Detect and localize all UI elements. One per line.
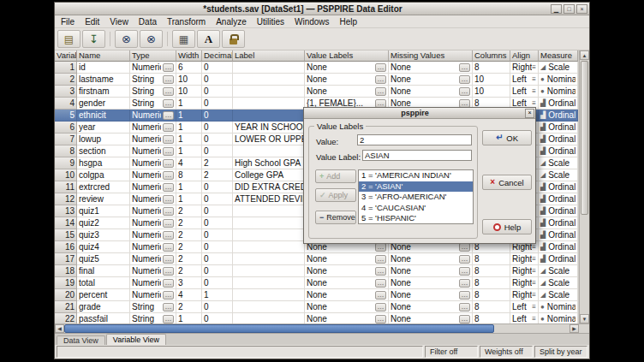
cell-decimals[interactable]: 1 xyxy=(202,289,233,301)
scroll-down-button[interactable]: ▼ xyxy=(580,314,589,323)
cell-name[interactable]: section xyxy=(77,145,130,157)
menu-utilities[interactable]: Utilities xyxy=(252,16,289,27)
row-number[interactable]: 3 xyxy=(55,86,77,98)
cell-value-labels-ellipsis-button[interactable]: … xyxy=(375,75,386,84)
cell-type[interactable]: Numeric… xyxy=(130,217,176,229)
row-number[interactable]: 5 xyxy=(55,110,77,122)
cell-label[interactable] xyxy=(233,110,305,122)
scroll-right-button[interactable]: ▶ xyxy=(569,324,579,333)
cell-label[interactable]: College GPA xyxy=(233,169,305,181)
cell-label[interactable] xyxy=(233,86,305,98)
tab-variable-view[interactable]: Variable View xyxy=(106,334,166,345)
row-number[interactable]: 1 xyxy=(55,62,77,74)
cell-missing-values-ellipsis-button[interactable]: … xyxy=(459,243,470,252)
value-label-item[interactable]: 1 = 'AMERICAN INDIAN' xyxy=(359,170,473,181)
cell-measure[interactable]: ▟Ordinal xyxy=(539,241,578,253)
cell-type-ellipsis-button[interactable]: … xyxy=(163,75,174,84)
cell-type[interactable]: Numeric… xyxy=(130,253,176,265)
cell-missing-values-ellipsis-button[interactable]: … xyxy=(459,291,470,300)
cell-width[interactable]: 10 xyxy=(176,86,202,98)
cell-missing-values-ellipsis-button[interactable]: … xyxy=(459,255,470,264)
cell-columns[interactable]: 8 xyxy=(473,313,510,323)
cell-measure[interactable]: ◢Scale xyxy=(539,62,578,74)
go-to-variable-button[interactable]: ⊗ xyxy=(140,30,163,48)
menu-windows[interactable]: Windows xyxy=(289,16,335,27)
row-number[interactable]: 17 xyxy=(55,253,77,265)
horizontal-scroll-thumb[interactable] xyxy=(64,324,494,333)
cell-type[interactable]: Numeric… xyxy=(130,265,176,277)
row-number[interactable]: 7 xyxy=(55,134,77,145)
cell-label[interactable] xyxy=(233,289,305,301)
cell-columns[interactable]: 10 xyxy=(473,74,510,86)
cell-type[interactable]: Numeric… xyxy=(130,122,176,134)
save-button[interactable]: ↧ xyxy=(82,30,105,48)
column-header-align[interactable]: Align xyxy=(510,50,539,62)
row-number[interactable]: 6 xyxy=(55,122,77,134)
scroll-up-button[interactable]: ▲ xyxy=(580,50,589,60)
cell-measure[interactable]: ◢Scale xyxy=(539,277,578,289)
menu-edit[interactable]: Edit xyxy=(80,16,104,27)
cell-missing-values[interactable]: None… xyxy=(389,313,473,323)
column-header-decimals[interactable]: Decimals xyxy=(202,50,233,62)
row-number[interactable]: 9 xyxy=(55,157,77,169)
cell-type-ellipsis-button[interactable]: … xyxy=(163,315,174,323)
cell-decimals[interactable]: 0 xyxy=(202,277,233,289)
cell-name[interactable]: lowup xyxy=(77,134,130,145)
cell-value-labels[interactable]: None… xyxy=(305,253,389,265)
cell-missing-values[interactable]: None… xyxy=(389,253,473,265)
cell-name[interactable]: quiz1 xyxy=(77,205,130,217)
cell-label[interactable] xyxy=(233,253,305,265)
cell-name[interactable]: passfail xyxy=(77,313,130,323)
cell-value-labels-ellipsis-button[interactable]: … xyxy=(375,267,386,276)
cell-missing-values-ellipsis-button[interactable]: … xyxy=(459,303,470,312)
cell-measure[interactable]: ▟Ordinal xyxy=(539,181,578,193)
cell-width[interactable]: 1 xyxy=(176,122,202,134)
cell-align[interactable]: Left≡ xyxy=(510,301,539,313)
remove-button[interactable]: − Remove xyxy=(315,211,356,224)
cell-type-ellipsis-button[interactable]: … xyxy=(163,207,174,216)
cell-type-ellipsis-button[interactable]: … xyxy=(163,303,174,312)
column-header-variable[interactable]: Variable xyxy=(55,50,77,62)
cell-type[interactable]: Numeric… xyxy=(130,289,176,301)
row-number[interactable]: 19 xyxy=(55,277,77,289)
cell-width[interactable]: 1 xyxy=(176,98,202,110)
cell-type[interactable]: Numeric… xyxy=(130,241,176,253)
cell-width[interactable]: 10 xyxy=(176,74,202,86)
cell-align[interactable]: Left≡ xyxy=(510,313,539,323)
cell-width[interactable]: 2 xyxy=(176,265,202,277)
minimize-button[interactable]: ▁ xyxy=(551,4,562,14)
cell-measure[interactable]: ▟Ordinal xyxy=(539,110,578,122)
cell-type[interactable]: Numeric… xyxy=(130,181,176,193)
open-button[interactable]: ▤ xyxy=(57,30,80,48)
row-number[interactable]: 2 xyxy=(55,74,77,86)
row-number[interactable]: 10 xyxy=(55,169,77,181)
close-button[interactable]: × xyxy=(576,4,587,14)
cell-width[interactable]: 1 xyxy=(176,313,202,323)
cell-decimals[interactable]: 0 xyxy=(202,145,233,157)
cell-width[interactable]: 2 xyxy=(176,205,202,217)
cell-label[interactable] xyxy=(233,74,305,86)
cell-type-ellipsis-button[interactable]: … xyxy=(163,63,174,72)
cell-type[interactable]: Numeric… xyxy=(130,157,176,169)
column-header-measure[interactable]: Measure xyxy=(539,50,578,62)
cell-measure[interactable]: ●Nominal xyxy=(539,301,578,313)
cell-missing-values[interactable]: None… xyxy=(389,265,473,277)
cell-columns[interactable]: 8 xyxy=(473,62,510,74)
cell-value-labels-ellipsis-button[interactable]: … xyxy=(375,303,386,312)
cell-missing-values-ellipsis-button[interactable]: … xyxy=(459,315,470,323)
cell-width[interactable]: 2 xyxy=(176,301,202,313)
row-number[interactable]: 22 xyxy=(55,313,77,323)
cell-value-labels-ellipsis-button[interactable]: … xyxy=(375,255,386,264)
cell-width[interactable]: 4 xyxy=(176,157,202,169)
cell-decimals[interactable]: 0 xyxy=(202,110,233,122)
cell-width[interactable]: 3 xyxy=(176,277,202,289)
cell-type[interactable]: Numeric… xyxy=(130,229,176,241)
cell-width[interactable]: 1 xyxy=(176,110,202,122)
horizontal-scroll-track[interactable] xyxy=(64,324,569,333)
tab-data-view[interactable]: Data View xyxy=(57,335,105,345)
cancel-button[interactable]: × Cancel xyxy=(482,175,532,190)
row-number[interactable]: 20 xyxy=(55,289,77,301)
cell-type-ellipsis-button[interactable]: … xyxy=(163,243,174,252)
go-to-case-button[interactable]: ⊗ xyxy=(115,30,138,48)
cell-type-ellipsis-button[interactable]: … xyxy=(163,123,174,132)
